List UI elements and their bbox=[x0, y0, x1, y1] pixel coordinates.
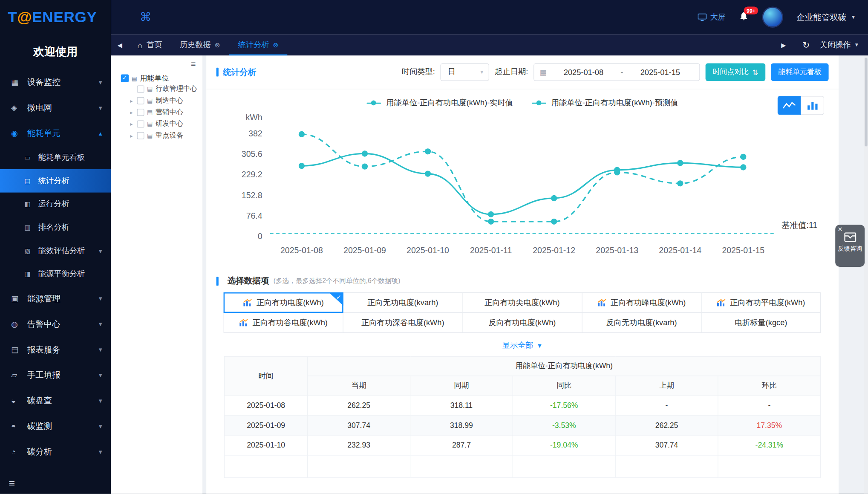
data-item-forward-flat-energy[interactable]: 正向有功平电度(kWh) bbox=[701, 292, 821, 313]
close-icon[interactable]: ✕ bbox=[837, 226, 842, 233]
sidebar-item-device-monitoring[interactable]: ▦ 设备监控 ▼ bbox=[0, 69, 111, 95]
close-operations-menu[interactable]: 关闭操作 ▼ bbox=[820, 40, 859, 50]
selector-title: 选择数据项 bbox=[228, 276, 269, 286]
tabbar-right: ▶ ↻ 关闭操作 ▼ bbox=[775, 40, 868, 50]
sidebar-item-operation-analysis[interactable]: ◧ 运行分析 bbox=[0, 193, 111, 216]
tree-node-rd-center[interactable]: ▸ ▤ 研发中心 bbox=[114, 118, 199, 130]
time-type-select[interactable]: 日 ▼ bbox=[441, 63, 490, 81]
data-item-reverse-active-energy[interactable]: 反向有功电度(kWh) bbox=[462, 312, 582, 333]
scrollbar-thumb[interactable] bbox=[865, 58, 868, 146]
column-header-time: 时间 bbox=[224, 356, 307, 395]
command-icon[interactable]: ⌘ bbox=[140, 11, 151, 24]
mini-chart-icon bbox=[239, 319, 249, 326]
ranking-icon: ▥ bbox=[24, 224, 34, 231]
data-item-coal-equivalent[interactable]: 电折标量(kgce) bbox=[701, 312, 821, 333]
expand-caret-icon[interactable]: ▸ bbox=[129, 133, 134, 139]
checkbox-empty[interactable] bbox=[137, 132, 144, 139]
sidebar-item-ranking-analysis[interactable]: ▥ 排名分析 bbox=[0, 216, 111, 239]
data-item-forward-valley-energy[interactable]: 正向有功谷电度(kWh) bbox=[224, 312, 343, 333]
tree-node-manufacturing-center[interactable]: ▸ ▤ 制造中心 bbox=[114, 95, 199, 107]
svg-text:kWh: kWh bbox=[246, 113, 262, 122]
carbon-analysis-icon: ◔ bbox=[11, 447, 22, 456]
column-header-mom: 环比 bbox=[718, 376, 821, 396]
sidebar: T@ENERGY 欢迎使用 ▦ 设备监控 ▼ ◈ 微电网 ▼ ◉ 能耗单元 ▲ … bbox=[0, 0, 111, 494]
sidebar-item-manual-report[interactable]: ▱ 手工填报 ▼ bbox=[0, 362, 111, 388]
bar-chart-toggle-button[interactable] bbox=[801, 96, 825, 115]
sidebar-item-energy-balance[interactable]: ◨ 能源平衡分析 bbox=[0, 263, 111, 286]
svg-text:229.2: 229.2 bbox=[242, 170, 262, 179]
legend-item-forecast[interactable]: 用能单位-正向有功电度(kWh)-预测值 bbox=[532, 98, 678, 108]
tree-node-marketing-center[interactable]: ▸ ▤ 营销中心 bbox=[114, 107, 199, 118]
sidebar-item-carbon-monitoring[interactable]: ◓ 碳监测 ▼ bbox=[0, 413, 111, 439]
data-item-forward-active-energy[interactable]: 正向有功电度(kWh) ✓ bbox=[224, 292, 343, 313]
tree-node-root[interactable]: ▤ 用能单位 bbox=[114, 73, 199, 83]
layers-icon: ▤ bbox=[147, 120, 153, 127]
mini-chart-icon bbox=[717, 299, 726, 306]
tree-collapse-icon[interactable]: ≡ bbox=[191, 59, 196, 69]
scrollbar-track[interactable] bbox=[864, 55, 868, 494]
org-switcher[interactable]: 企业能管双碳 ▼ bbox=[796, 12, 856, 23]
cell-date: 2025-01-08 bbox=[224, 395, 307, 415]
chevron-down-icon: ▼ bbox=[98, 448, 103, 454]
avatar[interactable] bbox=[762, 7, 783, 28]
expand-caret-icon[interactable]: ▸ bbox=[129, 98, 134, 104]
data-item-reverse-reactive-energy[interactable]: 反向无功电度(kvarh) bbox=[582, 312, 701, 333]
sidebar-item-carbon-analysis[interactable]: ◔ 碳分析 ▼ bbox=[0, 439, 111, 465]
checkbox-empty[interactable] bbox=[137, 120, 144, 127]
chart-section: 用能单位-正向有功电度(kWh)-实时值 用能单位-正向有功电度(kWh)-预测… bbox=[206, 90, 839, 267]
feedback-widget[interactable]: ✕ 反馈咨询 bbox=[835, 225, 865, 267]
legend-marker-icon bbox=[532, 102, 546, 104]
energy-unit-board-button[interactable]: 能耗单元看板 bbox=[771, 63, 828, 81]
line-chart-toggle-button[interactable] bbox=[778, 96, 801, 115]
sidebar-item-energy-unit[interactable]: ◉ 能耗单元 ▲ bbox=[0, 120, 111, 146]
time-point-compare-button[interactable]: 时间点对比 ⇅ bbox=[706, 63, 765, 81]
data-item-forward-deep-valley-energy[interactable]: 正向有功深谷电度(kWh) bbox=[343, 312, 463, 333]
column-header-yoy: 同比 bbox=[513, 376, 615, 396]
sidebar-item-report-service[interactable]: ▤ 报表服务 ▼ bbox=[0, 337, 111, 362]
checkbox-empty[interactable] bbox=[137, 85, 144, 92]
sidebar-item-energy-management[interactable]: ▣ 能源管理 ▼ bbox=[0, 286, 111, 311]
sidebar-item-energy-unit-board[interactable]: ▭ 能耗单元看板 bbox=[0, 146, 111, 169]
line-chart-icon bbox=[783, 101, 796, 110]
close-icon[interactable]: ⊗ bbox=[215, 41, 220, 49]
tree-node-admin-center[interactable]: ▤ 行政管理中心 bbox=[114, 83, 199, 95]
tabs-forward-arrow[interactable]: ▶ bbox=[775, 41, 793, 49]
cell-mom: - bbox=[718, 395, 821, 415]
line-chart[interactable]: 076.4152.8229.2305.6382kWh2025-01-082025… bbox=[212, 112, 833, 267]
checkbox-checked[interactable] bbox=[121, 74, 129, 82]
data-item-forward-peak-energy[interactable]: 正向有功峰电度(kWh) bbox=[582, 292, 701, 313]
legend-item-realtime[interactable]: 用能单位-正向有功电度(kWh)-实时值 bbox=[367, 98, 513, 108]
checkbox-empty[interactable] bbox=[137, 109, 144, 116]
tab-history-data[interactable]: 历史数据 ⊗ bbox=[171, 35, 229, 55]
close-icon[interactable]: ⊗ bbox=[273, 41, 279, 49]
show-all-button[interactable]: 显示全部 ▼ bbox=[206, 341, 839, 350]
sidebar-collapse-icon[interactable]: ≡ bbox=[9, 477, 15, 489]
svg-text:2025-01-10: 2025-01-10 bbox=[407, 246, 449, 255]
data-item-forward-reactive-energy[interactable]: 正向无功电度(kvarh) bbox=[343, 292, 463, 313]
refresh-icon[interactable]: ↻ bbox=[802, 40, 810, 50]
tree-node-key-equipment[interactable]: ▸ ▤ 重点设备 bbox=[114, 130, 199, 142]
sidebar-item-carbon-audit[interactable]: ◒ 碳盘查 ▼ bbox=[0, 388, 111, 413]
expand-caret-icon[interactable]: ▸ bbox=[129, 121, 134, 127]
tab-home[interactable]: ⌂ 首页 bbox=[129, 35, 171, 55]
date-range-label: 起止日期: bbox=[495, 67, 528, 77]
tab-statistical-analysis[interactable]: 统计分析 ⊗ bbox=[229, 35, 288, 55]
cell-yoy: -3.53% bbox=[513, 415, 615, 435]
sidebar-item-efficiency-evaluation[interactable]: ▧ 能效评估分析 ▼ bbox=[0, 239, 111, 263]
notification-bell-icon[interactable]: 99+ bbox=[739, 11, 749, 23]
checkbox-empty[interactable] bbox=[137, 97, 144, 104]
data-item-forward-sharp-energy[interactable]: 正向有功尖电度(kWh) bbox=[462, 292, 582, 313]
cell-yoy: -17.56% bbox=[513, 395, 615, 415]
operation-analysis-icon: ◧ bbox=[24, 200, 34, 208]
date-range-picker[interactable]: ▦ 2025-01-08 - 2025-01-15 bbox=[533, 63, 700, 81]
end-date-input[interactable]: 2025-01-15 bbox=[626, 68, 694, 77]
tabs-back-arrow[interactable]: ◀ bbox=[111, 41, 129, 49]
sidebar-item-statistical-analysis[interactable]: ▤ 统计分析 bbox=[0, 169, 111, 193]
sidebar-item-alarm-center[interactable]: ◍ 告警中心 ▼ bbox=[0, 311, 111, 337]
big-screen-button[interactable]: 大屏 bbox=[698, 12, 726, 22]
expand-caret-icon[interactable]: ▸ bbox=[129, 110, 134, 115]
start-date-input[interactable]: 2025-01-08 bbox=[550, 68, 617, 77]
device-monitoring-icon: ▦ bbox=[11, 78, 22, 87]
sidebar-item-microgrid[interactable]: ◈ 微电网 ▼ bbox=[0, 95, 111, 121]
cell-current: 232.93 bbox=[308, 435, 410, 455]
